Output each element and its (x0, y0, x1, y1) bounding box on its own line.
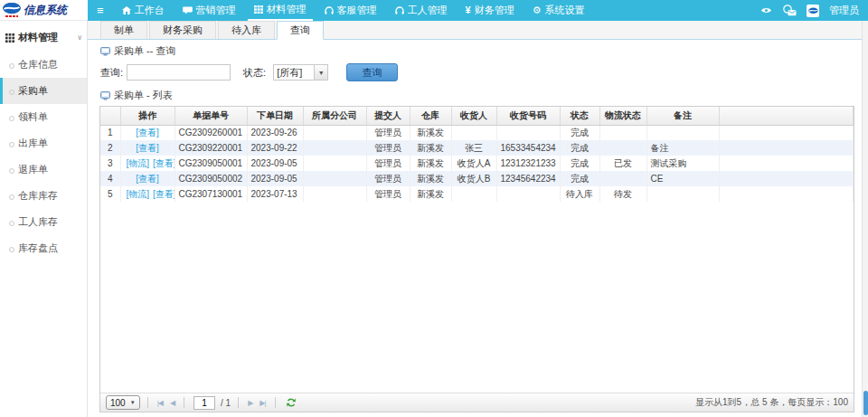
cell-下单日期: 2023-07-13 (247, 186, 303, 202)
cell-状态: 待入库 (560, 186, 599, 202)
column-header-物流状态[interactable]: 物流状态 (599, 107, 646, 125)
cell-备注 (646, 186, 719, 202)
column-header-单据单号[interactable]: 单据单号 (175, 107, 247, 125)
monitor-icon (100, 47, 110, 56)
status-select[interactable]: [所有] ▼ (273, 64, 328, 81)
topbar-right: 管理员 (760, 0, 868, 21)
row-number: 5 (100, 186, 120, 202)
table-row[interactable]: 1[查看]CG23092600012023-09-26管理员新溪发完成 (100, 125, 854, 140)
page-size-select[interactable]: 100 ▼ (106, 395, 140, 410)
divider (238, 397, 239, 408)
cell-收货号码: 12312321233 (496, 156, 560, 171)
cell-提交人: 管理员 (366, 186, 410, 202)
page-size-value: 100 (110, 398, 126, 408)
sidebar-item-仓库库存[interactable]: 仓库库存 (0, 183, 87, 209)
column-header-操作[interactable]: 操作 (120, 107, 175, 125)
avatar[interactable] (807, 5, 819, 17)
query-form: 查询: 状态: [所有] ▼ 查询 (99, 61, 854, 86)
view-link[interactable]: [查看] (153, 158, 175, 168)
column-header-提交人[interactable]: 提交人 (366, 107, 410, 125)
table-row[interactable]: 3[物流][查看]CG23090500012023-09-05管理员新溪发收货人… (100, 156, 854, 171)
column-header-备注[interactable]: 备注 (646, 107, 719, 125)
logistics-link[interactable]: [物流] (127, 158, 150, 168)
headset-icon (395, 6, 404, 15)
grid-icon (5, 33, 14, 43)
sidebar-item-库存盘点[interactable]: 库存盘点 (0, 235, 87, 261)
tab-查询[interactable]: 查询 (277, 21, 324, 40)
nav-item-工作台[interactable]: 工作台 (116, 0, 171, 21)
cell-收货人: 张三 (451, 140, 496, 156)
cell-仓库: 新溪发 (410, 140, 451, 156)
sidebar-item-采购单[interactable]: 采购单 (0, 78, 87, 104)
combo-arrow-icon[interactable]: ▼ (314, 65, 327, 80)
view-link[interactable]: [查看] (136, 174, 159, 184)
tab-财务采购[interactable]: 财务采购 (149, 21, 216, 39)
sidebar-item-退库单[interactable]: 退库单 (0, 156, 87, 183)
view-link[interactable]: [查看] (136, 128, 159, 137)
nav-item-客服管理[interactable]: 客服管理 (318, 0, 383, 21)
logistics-link[interactable]: [物流] (127, 189, 150, 199)
gear-icon: ⚙ (533, 5, 542, 15)
cell-仓库: 新溪发 (410, 125, 451, 140)
view-link[interactable]: [查看] (153, 189, 175, 199)
app-logo[interactable]: 信息系统 (0, 0, 88, 21)
sidebar-header[interactable]: 材料管理 ∨ (0, 27, 87, 52)
nav-item-工人管理[interactable]: 工人管理 (389, 0, 454, 21)
cell-收货号码: 16533454234 (496, 140, 560, 156)
table-row[interactable]: 5[物流][查看]CG23071300012023-07-13管理员新溪发待入库… (100, 186, 854, 202)
user-name[interactable]: 管理员 (829, 4, 859, 17)
last-page-button[interactable]: ▶| (258, 399, 267, 407)
page-number-input[interactable] (193, 396, 215, 410)
list-section-header: 采购单 - 列表 (99, 86, 854, 105)
cell-单据单号: CG2309260001 (175, 125, 247, 140)
divider (184, 397, 184, 408)
nav-item-材料管理[interactable]: 材料管理 (248, 0, 313, 21)
logo-icon (3, 3, 21, 17)
column-header-下单日期[interactable]: 下单日期 (247, 107, 303, 125)
nav-item-财务管理[interactable]: ¥财务管理 (459, 0, 521, 21)
scrollbar-track[interactable] (862, 21, 868, 417)
nav-item-label: 财务管理 (475, 4, 514, 17)
nav-item-营销管理[interactable]: 营销管理 (176, 0, 242, 21)
sidebar-menu: 仓库信息采购单领料单出库单退库单仓库库存工人库存库存盘点 (0, 52, 87, 261)
nav-item-label: 材料管理 (267, 3, 307, 16)
cell-状态: 完成 (560, 125, 599, 140)
column-header-所属分公司[interactable]: 所属分公司 (303, 107, 366, 125)
cell-收货人 (451, 125, 496, 140)
sidebar-item-出库单[interactable]: 出库单 (0, 130, 87, 156)
eye-icon[interactable] (760, 6, 772, 14)
column-header-收货号码[interactable]: 收货号码 (496, 107, 560, 125)
cell-备注 (646, 125, 719, 140)
sidebar-item-领料单[interactable]: 领料单 (0, 104, 87, 130)
column-header-状态[interactable]: 状态 (560, 107, 599, 125)
sidebar-item-工人库存[interactable]: 工人库存 (0, 209, 87, 235)
query-input[interactable] (127, 64, 231, 81)
pagination-bar: 100 ▼ |◀ ◀ / 1 ▶ ▶| (100, 393, 854, 412)
first-page-button[interactable]: |◀ (156, 399, 165, 407)
cell-物流状态: 待发 (599, 186, 646, 202)
column-header-仓库[interactable]: 仓库 (410, 107, 451, 125)
scrollbar-thumb[interactable] (863, 391, 868, 415)
cell-所属分公司 (303, 125, 366, 140)
tab-制单[interactable]: 制单 (100, 21, 147, 39)
cell-单据单号: CG2309050002 (175, 171, 247, 186)
refresh-icon[interactable] (286, 397, 297, 408)
view-link[interactable]: [查看] (136, 143, 159, 153)
search-button[interactable]: 查询 (346, 63, 398, 81)
menu-toggle-icon[interactable]: ≡ (88, 0, 113, 21)
message-icon[interactable] (782, 5, 797, 16)
column-header-empty (100, 107, 120, 125)
app-title: 信息系统 (24, 3, 67, 18)
cell-备注: 测试采购 (646, 156, 719, 171)
table-row[interactable]: 4[查看]CG23090500022023-09-05管理员新溪发收货人B123… (100, 171, 854, 186)
tab-待入库[interactable]: 待入库 (218, 21, 275, 39)
sidebar-item-仓库信息[interactable]: 仓库信息 (0, 52, 87, 78)
next-page-button[interactable]: ▶ (246, 399, 254, 407)
cell-备注: 备注 (646, 140, 719, 156)
table-row[interactable]: 2[查看]CG23092200012023-09-22管理员新溪发张三16533… (100, 140, 854, 156)
nav-item-label: 客服管理 (337, 4, 377, 17)
column-header-收货人[interactable]: 收货人 (451, 107, 496, 125)
cell-仓库: 新溪发 (410, 156, 451, 171)
nav-item-系统设置[interactable]: ⚙系统设置 (526, 0, 591, 21)
prev-page-button[interactable]: ◀ (168, 399, 176, 407)
